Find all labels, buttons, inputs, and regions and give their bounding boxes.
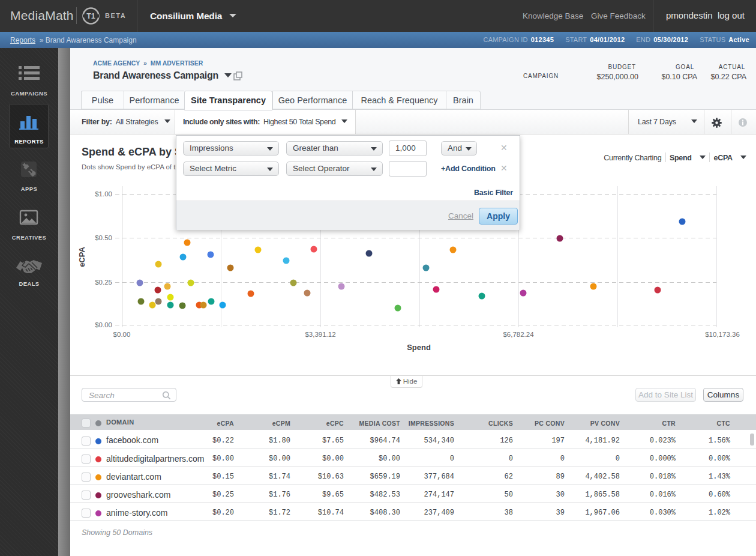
svg-text:$0.50: $0.50 xyxy=(95,234,112,241)
svg-text:T1: T1 xyxy=(86,12,95,20)
svg-text:$1.00: $1.00 xyxy=(95,190,112,198)
svg-text:$0.00: $0.00 xyxy=(95,321,112,328)
svg-text:$0.00: $0.00 xyxy=(113,331,131,338)
svg-text:$10,173.36: $10,173.36 xyxy=(705,331,740,338)
svg-text:eCPA: eCPA xyxy=(77,247,86,267)
svg-text:Spend: Spend xyxy=(407,343,431,352)
svg-text:$0.25: $0.25 xyxy=(95,279,112,286)
svg-text:$6,782.24: $6,782.24 xyxy=(503,331,534,338)
svg-text:$3,391.12: $3,391.12 xyxy=(305,331,335,338)
